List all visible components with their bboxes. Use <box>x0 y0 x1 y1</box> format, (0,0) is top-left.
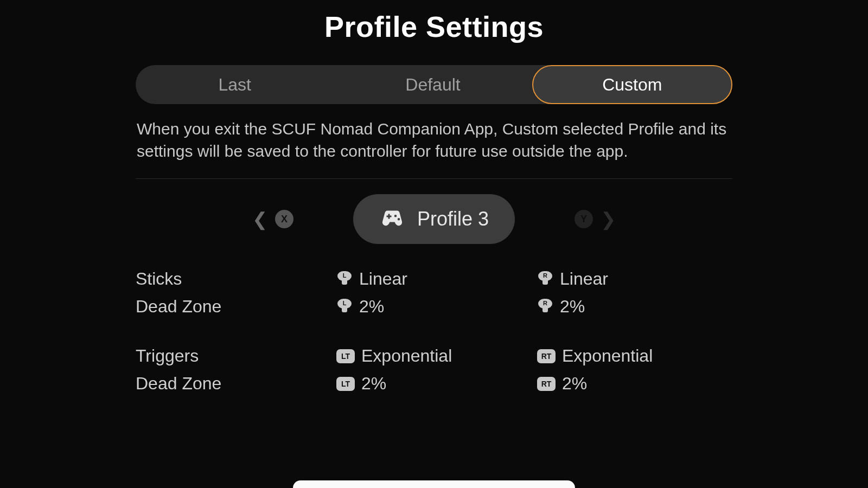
y-button-hint-icon: Y <box>575 210 593 228</box>
stick-deadzone-left-value: 2% <box>359 297 384 317</box>
right-trigger-icon: RT <box>537 377 556 391</box>
row-label-stick-deadzone: Dead Zone <box>136 297 336 317</box>
row-label-sticks: Sticks <box>136 269 336 289</box>
left-stick-icon: L <box>336 271 353 287</box>
current-profile-name: Profile 3 <box>417 208 489 230</box>
profile-selector: ❮ X Profile 3 Y ❯ <box>136 194 732 244</box>
stick-deadzone-left: L 2% <box>336 297 537 317</box>
tab-default[interactable]: Default <box>334 65 532 104</box>
sticks-right-value: R Linear <box>537 269 732 289</box>
tab-last[interactable]: Last <box>136 65 334 104</box>
profile-prev-group: ❮ X <box>252 208 293 230</box>
chevron-left-icon[interactable]: ❮ <box>252 208 267 230</box>
trigger-deadzone-right-value: 2% <box>562 374 587 394</box>
row-label-triggers: Triggers <box>136 346 336 366</box>
stick-deadzone-right: R 2% <box>537 297 732 317</box>
triggers-right-value: RT Exponential <box>537 346 732 366</box>
trigger-deadzone-left-value: 2% <box>361 374 386 394</box>
triggers-left-curve: Exponential <box>361 346 452 366</box>
left-trigger-icon: LT <box>336 349 355 363</box>
sticks-right-curve: Linear <box>560 269 608 289</box>
left-trigger-icon: LT <box>336 377 355 391</box>
home-indicator <box>293 480 575 488</box>
right-trigger-icon: RT <box>537 349 556 363</box>
tab-custom[interactable]: Custom <box>532 65 732 104</box>
chevron-right-icon[interactable]: ❯ <box>601 208 616 230</box>
settings-grid: Sticks L Linear R Linear Dead Zone L 2% … <box>136 269 732 394</box>
sticks-left-value: L Linear <box>336 269 537 289</box>
trigger-deadzone-left: LT 2% <box>336 374 537 394</box>
page-title: Profile Settings <box>324 10 544 43</box>
triggers-right-curve: Exponential <box>562 346 653 366</box>
right-stick-icon: R <box>537 299 553 315</box>
current-profile-pill[interactable]: Profile 3 <box>353 194 515 244</box>
sticks-left-curve: Linear <box>359 269 407 289</box>
divider <box>136 178 732 179</box>
profile-mode-tabs: Last Default Custom <box>136 65 732 104</box>
controller-icon <box>379 207 405 231</box>
stick-deadzone-right-value: 2% <box>560 297 585 317</box>
right-stick-icon: R <box>537 271 553 287</box>
row-label-trigger-deadzone: Dead Zone <box>136 374 336 394</box>
mode-description: When you exit the SCUF Nomad Companion A… <box>136 118 732 162</box>
x-button-hint-icon: X <box>275 210 293 228</box>
trigger-deadzone-right: RT 2% <box>537 374 732 394</box>
left-stick-icon: L <box>336 299 353 315</box>
triggers-left-value: LT Exponential <box>336 346 537 366</box>
profile-next-group: Y ❯ <box>575 208 616 230</box>
